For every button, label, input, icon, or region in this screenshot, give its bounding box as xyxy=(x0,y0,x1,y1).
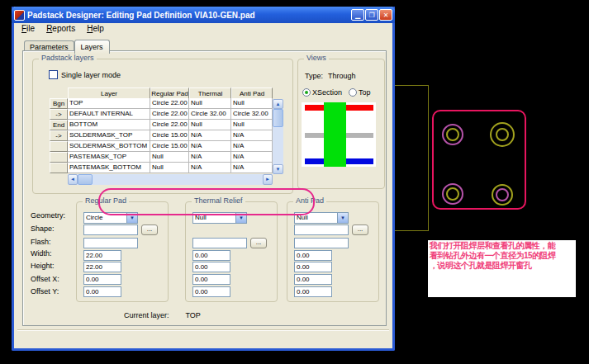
layers-table: LayerRegular PadThermal ReliefAnti PadBg… xyxy=(50,87,283,185)
cell-regular-pad[interactable]: Circle 22.00 xyxy=(150,98,189,109)
column-header-th[interactable]: Thermal Relief xyxy=(189,87,231,99)
table-row[interactable]: PASTEMASK_BOTTOMNullN/AN/A xyxy=(50,163,283,173)
cell-thermal-relief[interactable]: Null xyxy=(189,120,231,130)
horizontal-scrollbar[interactable]: ◄ ► xyxy=(68,174,273,185)
table-row[interactable]: EndBOTTOMCircle 22.00NullNull xyxy=(50,120,283,130)
table-row[interactable]: BgnTOPCircle 22.00NullNull xyxy=(50,98,283,109)
cell-regular-pad[interactable]: Circle 15.00 xyxy=(150,130,189,141)
cell-regular-pad[interactable]: Circle 22.00 xyxy=(150,109,189,120)
column-header-layer[interactable]: Layer xyxy=(68,87,150,99)
cell-thermal-relief[interactable]: N/A xyxy=(189,152,231,163)
tab-layers[interactable]: Layers xyxy=(74,40,110,54)
width-field[interactable]: 0.00 xyxy=(192,250,230,261)
cell-regular-pad[interactable]: Null xyxy=(150,163,189,173)
column-header-anti[interactable]: Anti Pad xyxy=(231,87,273,99)
row-header-button[interactable]: -> xyxy=(50,109,68,120)
vertical-scrollbar[interactable]: ▲ ▼ xyxy=(273,99,283,174)
cell-regular-pad[interactable]: Null xyxy=(150,152,189,163)
scroll-right-button[interactable]: ► xyxy=(263,174,273,185)
menu-item-file[interactable]: File xyxy=(16,23,40,35)
menu-item-help[interactable]: Help xyxy=(81,23,110,35)
menu-bar: FileReportsHelp xyxy=(14,23,392,35)
cell-regular-pad[interactable]: Circle 15.00 xyxy=(150,141,189,152)
browse-button[interactable]: ... xyxy=(141,225,158,235)
cell-anti-pad[interactable]: N/A xyxy=(231,141,273,152)
height-field[interactable]: 0.00 xyxy=(192,262,230,272)
cell-layer[interactable]: BOTTOM xyxy=(68,120,150,130)
cell-thermal-relief[interactable]: N/A xyxy=(189,141,231,152)
shape-field[interactable] xyxy=(294,225,349,235)
current-layer-value: TOP xyxy=(186,311,201,319)
width-field[interactable]: 0.00 xyxy=(294,250,332,261)
browse-button[interactable]: ... xyxy=(250,238,267,248)
row-header-button[interactable] xyxy=(50,152,68,163)
minimize-button[interactable]: ▁ xyxy=(351,9,364,21)
row-header-button[interactable]: End xyxy=(50,120,68,130)
cell-thermal-relief[interactable]: Null xyxy=(189,98,231,109)
cell-regular-pad[interactable]: Circle 22.00 xyxy=(150,120,189,130)
menu-item-reports[interactable]: Reports xyxy=(40,23,81,35)
flash-field[interactable] xyxy=(294,238,349,248)
width-field[interactable]: 22.00 xyxy=(83,250,121,261)
cell-layer[interactable]: TOP xyxy=(68,98,150,109)
soldermask-rows-highlight-oval xyxy=(98,188,315,215)
height-field[interactable]: 0.00 xyxy=(294,262,332,272)
cell-anti-pad[interactable]: N/A xyxy=(231,152,273,163)
group-anti-pad: Anti PadNull▼0.000.000.000.00... xyxy=(287,201,379,302)
maximize-button[interactable]: ❐ xyxy=(365,9,378,21)
table-row[interactable]: SOLDERMASK_BOTTOMCircle 15.00N/AN/A xyxy=(50,141,283,152)
cell-anti-pad[interactable]: Circle 32.00 xyxy=(231,109,273,120)
row-header-button[interactable] xyxy=(50,163,68,173)
cell-anti-pad[interactable]: Null xyxy=(231,120,273,130)
row-header-button[interactable] xyxy=(50,141,68,152)
horizontal-scroll-thumb[interactable] xyxy=(78,174,93,185)
cell-layer[interactable]: PASTEMASK_TOP xyxy=(68,152,150,163)
table-row[interactable]: ->DEFAULT INTERNALCircle 22.00Circle 32.… xyxy=(50,109,283,120)
cell-layer[interactable]: SOLDERMASK_TOP xyxy=(68,130,150,141)
radio-top[interactable]: Top xyxy=(349,88,371,97)
chevron-down-icon[interactable]: ▼ xyxy=(337,213,348,223)
cell-anti-pad[interactable]: N/A xyxy=(231,130,273,141)
shape-field[interactable] xyxy=(83,225,138,235)
cell-thermal-relief[interactable]: Circle 32.00 xyxy=(189,109,231,120)
padstack-layers-group-label: Padstack layers xyxy=(39,54,97,62)
flash-field[interactable] xyxy=(192,238,247,248)
height-field[interactable]: 22.00 xyxy=(83,262,121,272)
scroll-down-button[interactable]: ▼ xyxy=(273,164,283,174)
table-row[interactable]: PASTEMASK_TOPNullN/AN/A xyxy=(50,152,283,163)
padstack-designer-window: Padstack Designer: Editing Pad Definitio… xyxy=(12,7,395,351)
row-header-button[interactable]: Bgn xyxy=(50,98,68,109)
bottom-pad-bar-left xyxy=(305,158,324,164)
cell-thermal-relief[interactable]: N/A xyxy=(189,163,231,173)
via-pad-outer-ring xyxy=(442,124,463,145)
cell-anti-pad[interactable]: N/A xyxy=(231,163,273,173)
cell-layer[interactable]: PASTEMASK_BOTTOM xyxy=(68,163,150,173)
title-bar[interactable]: Padstack Designer: Editing Pad Definitio… xyxy=(12,7,395,23)
via-pad-outer-ring xyxy=(492,184,513,206)
column-header-reg[interactable]: Regular Pad xyxy=(150,87,189,99)
scroll-up-button[interactable]: ▲ xyxy=(273,99,283,109)
table-row[interactable]: ->SOLDERMASK_TOPCircle 15.00N/AN/A xyxy=(50,130,283,141)
via-drill-inner-ring xyxy=(496,188,509,201)
cell-anti-pad[interactable]: Null xyxy=(231,98,273,109)
offset_y-field[interactable]: 0.00 xyxy=(192,286,230,297)
field-label-geometry: Geometry: xyxy=(31,211,65,220)
close-button[interactable]: ✕ xyxy=(379,9,392,21)
row-header-button[interactable]: -> xyxy=(50,130,68,141)
vertical-scroll-thumb[interactable] xyxy=(273,109,283,127)
cell-thermal-relief[interactable]: N/A xyxy=(189,130,231,141)
views-group-label: Views xyxy=(304,54,329,62)
cell-layer[interactable]: DEFAULT INTERNAL xyxy=(68,109,150,120)
browse-button[interactable]: ... xyxy=(352,225,368,235)
radio-xsection[interactable]: XSection xyxy=(302,88,342,97)
flash-field[interactable] xyxy=(83,238,138,248)
cell-layer[interactable]: SOLDERMASK_BOTTOM xyxy=(68,141,150,152)
offset_y-field[interactable]: 0.00 xyxy=(83,286,121,297)
drill-bar xyxy=(324,102,346,167)
scroll-left-button[interactable]: ◄ xyxy=(68,174,78,185)
single-layer-mode-checkbox[interactable] xyxy=(49,70,58,79)
offset_x-field[interactable]: 0.00 xyxy=(294,274,332,285)
offset_y-field[interactable]: 0.00 xyxy=(294,286,332,297)
offset_x-field[interactable]: 0.00 xyxy=(83,274,121,285)
offset_x-field[interactable]: 0.00 xyxy=(192,274,230,285)
